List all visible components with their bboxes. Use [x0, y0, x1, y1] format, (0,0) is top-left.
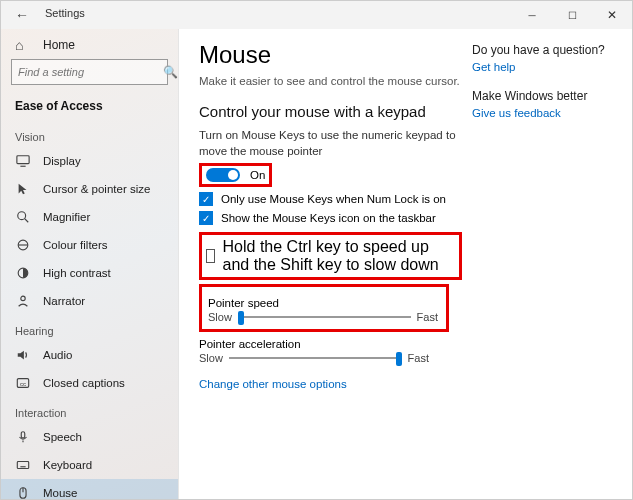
svg-point-7: [21, 296, 25, 300]
sidebar-item-mouse[interactable]: Mouse: [1, 479, 178, 499]
maximize-button[interactable]: ☐: [552, 1, 592, 29]
sidebar-item-keyboard[interactable]: Keyboard: [1, 451, 178, 479]
category-header: Ease of Access: [1, 93, 178, 121]
slider-fast-label: Fast: [417, 311, 438, 323]
pointer-speed-slider[interactable]: [238, 316, 411, 318]
highlight-ctrl-shift: Hold the Ctrl key to speed up and the Sh…: [199, 232, 462, 280]
sidebar-item-label: Speech: [43, 431, 82, 443]
search-input[interactable]: [12, 66, 163, 78]
home-label: Home: [43, 38, 75, 52]
sidebar-item-label: Audio: [43, 349, 72, 361]
sidebar-item-label: Magnifier: [43, 211, 90, 223]
checkbox-label: Hold the Ctrl key to speed up and the Sh…: [223, 238, 455, 274]
display-icon: [15, 154, 31, 168]
sidebar-item-label: Keyboard: [43, 459, 92, 471]
titlebar: ← Settings ─ ☐ ✕: [1, 1, 632, 29]
checkbox-numlock[interactable]: ✓: [199, 192, 213, 206]
svg-line-3: [25, 219, 29, 223]
colour-filters-icon: [15, 238, 31, 252]
page-title: Mouse: [199, 41, 462, 69]
page-subtitle: Make it easier to see and control the mo…: [199, 75, 462, 87]
keyboard-icon: [15, 458, 31, 472]
sidebar-item-display[interactable]: Display: [1, 147, 178, 175]
back-button[interactable]: ←: [1, 1, 43, 29]
aside-question: Do you have a question?: [472, 43, 612, 57]
highlight-toggle: On: [199, 163, 272, 187]
svg-rect-12: [17, 462, 28, 469]
aside-better: Make Windows better: [472, 89, 612, 103]
sidebar-item-label: Closed captions: [43, 377, 125, 389]
checkbox-label: Show the Mouse Keys icon on the taskbar: [221, 212, 436, 224]
search-icon[interactable]: 🔍: [163, 65, 178, 79]
sidebar-item-high-contrast[interactable]: High contrast: [1, 259, 178, 287]
sidebar-item-label: Narrator: [43, 295, 85, 307]
high-contrast-icon: [15, 266, 31, 280]
close-button[interactable]: ✕: [592, 1, 632, 29]
group-header-interaction: Interaction: [1, 397, 178, 423]
magnifier-icon: [15, 210, 31, 224]
slider-slow-label: Slow: [199, 352, 223, 364]
narrator-icon: [15, 294, 31, 308]
group-header-hearing: Hearing: [1, 315, 178, 341]
sidebar-item-cursor[interactable]: Cursor & pointer size: [1, 175, 178, 203]
checkbox-ctrl-shift[interactable]: [206, 249, 215, 263]
speech-icon: [15, 430, 31, 444]
svg-point-2: [18, 212, 26, 220]
toggle-label: On: [250, 169, 265, 181]
window-title: Settings: [43, 1, 85, 19]
highlight-pointer-speed: Pointer speed Slow Fast: [199, 284, 449, 332]
sidebar-item-magnifier[interactable]: Magnifier: [1, 203, 178, 231]
home-icon: ⌂: [15, 37, 31, 53]
sidebar-item-narrator[interactable]: Narrator: [1, 287, 178, 315]
svg-rect-10: [21, 432, 25, 438]
sidebar-item-label: Display: [43, 155, 81, 167]
feedback-link[interactable]: Give us feedback: [472, 107, 612, 119]
slider-title-speed: Pointer speed: [208, 297, 440, 309]
section-title: Control your mouse with a keypad: [199, 103, 462, 120]
sidebar-item-colour-filters[interactable]: Colour filters: [1, 231, 178, 259]
cursor-icon: [15, 182, 31, 196]
svg-text:cc: cc: [20, 380, 26, 387]
sidebar-item-label: Mouse: [43, 487, 78, 499]
slider-thumb[interactable]: [238, 311, 244, 325]
get-help-link[interactable]: Get help: [472, 61, 612, 73]
sidebar-item-label: Colour filters: [43, 239, 108, 251]
minimize-button[interactable]: ─: [512, 1, 552, 29]
sidebar-item-closed-captions[interactable]: cc Closed captions: [1, 369, 178, 397]
search-box[interactable]: 🔍: [11, 59, 168, 85]
sidebar-item-speech[interactable]: Speech: [1, 423, 178, 451]
mouse-icon: [15, 486, 31, 499]
slider-title-accel: Pointer acceleration: [199, 338, 449, 350]
section-description: Turn on Mouse Keys to use the numeric ke…: [199, 128, 459, 159]
other-mouse-options-link[interactable]: Change other mouse options: [199, 378, 347, 390]
home-link[interactable]: ⌂ Home: [1, 29, 178, 59]
sidebar: ⌂ Home 🔍 Ease of Access Vision Display: [1, 29, 179, 499]
closed-captions-icon: cc: [15, 376, 31, 390]
sidebar-item-label: Cursor & pointer size: [43, 183, 150, 195]
sidebar-item-label: High contrast: [43, 267, 111, 279]
slider-thumb[interactable]: [396, 352, 402, 366]
checkbox-taskbar-icon[interactable]: ✓: [199, 211, 213, 225]
svg-rect-0: [17, 156, 29, 164]
slider-slow-label: Slow: [208, 311, 232, 323]
sidebar-item-audio[interactable]: Audio: [1, 341, 178, 369]
checkbox-label: Only use Mouse Keys when Num Lock is on: [221, 193, 446, 205]
audio-icon: [15, 348, 31, 362]
slider-fast-label: Fast: [408, 352, 429, 364]
group-header-vision: Vision: [1, 121, 178, 147]
mouse-keys-toggle[interactable]: [206, 168, 240, 182]
pointer-accel-slider[interactable]: [229, 357, 402, 359]
